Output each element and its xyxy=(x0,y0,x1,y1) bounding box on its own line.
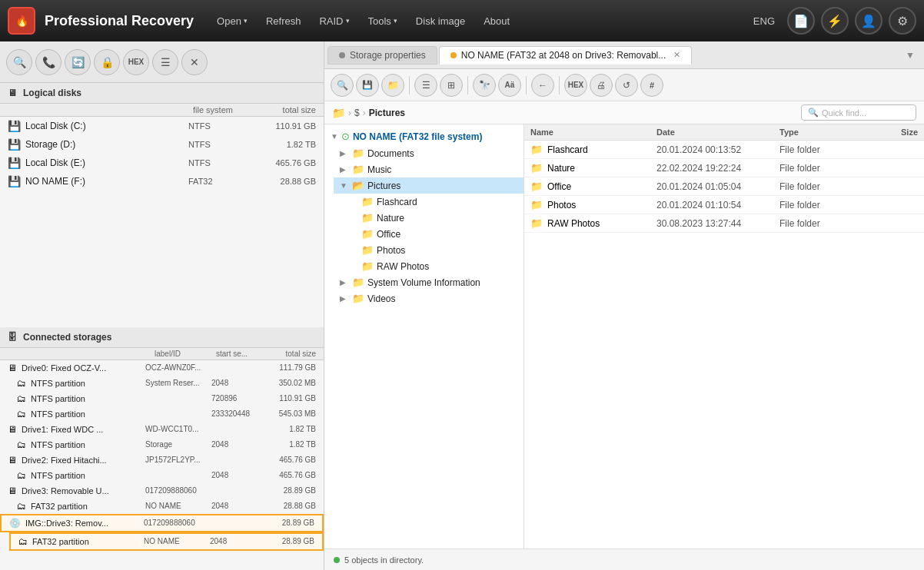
menu-tools[interactable]: Tools ▾ xyxy=(361,11,405,31)
r-list-btn[interactable]: ☰ xyxy=(414,74,437,97)
refresh-btn[interactable]: 🔄 xyxy=(65,49,91,75)
r-back-btn[interactable]: ← xyxy=(531,74,554,97)
close-btn[interactable]: ✕ xyxy=(181,49,208,75)
language-selector[interactable]: ENG xyxy=(747,12,781,30)
r-search-btn[interactable]: 🔍 xyxy=(331,74,354,97)
drive3-fat32[interactable]: 🗂 FAT32 partition NO NAME 2048 28.88 GB xyxy=(9,499,324,514)
r-save-btn[interactable]: 💾 xyxy=(356,74,379,97)
tab-bar: Storage properties NO NAME (FAT32 at 204… xyxy=(324,41,924,69)
drive1[interactable]: 🖥 Drive1: Fixed WDC ... WD-WCC1T0... 1.8… xyxy=(0,422,324,437)
file-row-nature[interactable]: 📁 Nature 22.02.2024 19:22:24 File folder xyxy=(524,159,924,177)
disk-col-headers: file system total size xyxy=(0,104,324,117)
expand-videos[interactable]: ▶ xyxy=(340,294,349,303)
disk-f-icon: 💾 xyxy=(8,175,21,187)
settings-icon-btn[interactable]: ⚙ xyxy=(889,7,916,35)
file-nature-icon: 📁 xyxy=(530,162,543,174)
menu-diskimage[interactable]: Disk image xyxy=(408,11,473,31)
file-row-flashcard[interactable]: 📁 Flashcard 20.01.2024 00:13:52 File fol… xyxy=(524,141,924,159)
tree-videos[interactable]: ▶ 📁 Videos xyxy=(334,290,523,307)
quick-find-box[interactable]: 🔍 Quick find... xyxy=(801,104,916,121)
tree-documents[interactable]: ▶ 📁 Documents xyxy=(334,145,523,161)
tree-flashcard[interactable]: ▶ 📁 Flashcard xyxy=(343,194,523,210)
power-icon-btn[interactable]: ⚡ xyxy=(821,7,849,35)
file-row-office[interactable]: 📁 Office 20.01.2024 01:05:04 File folder xyxy=(524,177,924,196)
menu-bar: Open ▾ Refresh RAID ▾ Tools ▾ Disk image… xyxy=(209,11,517,31)
file-office-icon: 📁 xyxy=(530,181,543,192)
status-text: 5 objects in directory. xyxy=(344,555,424,565)
drive0[interactable]: 🖥 Drive0: Fixed OCZ-V... OCZ-AWNZ0F... 1… xyxy=(0,360,324,376)
user-icon-btn[interactable]: 👤 xyxy=(855,7,882,35)
r-grid-btn[interactable]: ⊞ xyxy=(440,74,463,97)
r-find-text-btn[interactable]: Aä xyxy=(498,74,521,97)
tree-raw-photos[interactable]: ▶ 📁 RAW Photos xyxy=(343,258,523,274)
expand-pictures[interactable]: ▼ xyxy=(340,181,349,190)
app-title: Professional Recovery xyxy=(45,13,194,29)
tab-dot-noname xyxy=(450,52,457,58)
tree-expand-root[interactable]: ▼ xyxy=(331,132,338,141)
status-bar: 5 objects in directory. xyxy=(324,548,924,570)
img-fat32-partition[interactable]: 🗂 FAT32 partition NO NAME 2048 28.89 GB xyxy=(9,532,324,551)
r-hash-btn[interactable]: # xyxy=(640,74,663,97)
disk-d[interactable]: 💾 Storage (D:) NTFS 1.82 TB xyxy=(0,135,324,154)
logical-disk-list: 💾 Local Disk (C:) NTFS 110.91 GB 💾 Stora… xyxy=(0,117,324,327)
phone-btn[interactable]: 📞 xyxy=(35,49,61,75)
disk-e-icon: 💾 xyxy=(8,157,21,169)
menu-refresh[interactable]: Refresh xyxy=(258,11,309,31)
lock-btn[interactable]: 🔒 xyxy=(94,49,120,75)
img-drive3[interactable]: 💿 IMG::Drive3: Remov... 017209888060 28.… xyxy=(0,514,324,532)
drive2-ntfs[interactable]: 🗂 NTFS partition 2048 465.76 GB xyxy=(9,468,324,483)
disk-f[interactable]: 💾 NO NAME (F:) FAT32 28.88 GB xyxy=(0,172,324,191)
drive0-ntfs3[interactable]: 🗂 NTFS partition 233320448 545.03 MB xyxy=(9,406,324,422)
breadcrumb-dollar[interactable]: $ xyxy=(354,108,360,118)
r-print-btn[interactable]: 🖨 xyxy=(590,74,613,97)
menu-raid[interactable]: RAID ▾ xyxy=(311,11,357,31)
tree-music[interactable]: ▶ 📁 Music xyxy=(334,161,523,177)
expand-music[interactable]: ▶ xyxy=(340,165,349,174)
tab-storage-properties[interactable]: Storage properties xyxy=(327,46,437,65)
file-row-photos[interactable]: 📁 Photos 20.01.2024 01:10:54 File folder xyxy=(524,196,924,214)
disk-c[interactable]: 💾 Local Disk (C:) NTFS 110.91 GB xyxy=(0,117,324,135)
hex-btn[interactable]: HEX xyxy=(123,49,149,75)
drive0-ntfs1[interactable]: 🗂 NTFS partition System Reser... 2048 35… xyxy=(9,376,324,391)
file-photos-icon: 📁 xyxy=(530,199,543,210)
tree-pictures[interactable]: ▼ 📂 Pictures xyxy=(334,177,523,194)
left-panel: 🔍 📞 🔄 🔒 HEX ☰ ✕ 🖥 Logical disks file sys… xyxy=(0,41,324,570)
search-btn[interactable]: 🔍 xyxy=(6,49,32,75)
r-folder-btn[interactable]: 📁 xyxy=(381,74,404,97)
tree-root[interactable]: ▼ ⊙ NO NAME (FAT32 file system) xyxy=(324,128,523,145)
tree-office[interactable]: ▶ 📁 Office xyxy=(343,226,523,242)
drive1-ntfs[interactable]: 🗂 NTFS partition Storage 2048 1.82 TB xyxy=(9,437,324,452)
tree-photos[interactable]: ▶ 📁 Photos xyxy=(343,242,523,258)
storage-list: 🖥 Drive0: Fixed OCZ-V... OCZ-AWNZ0F... 1… xyxy=(0,360,324,571)
r-binoculars-btn[interactable]: 🔭 xyxy=(473,74,496,97)
list-btn[interactable]: ☰ xyxy=(152,49,178,75)
menu-tools-arrow: ▾ xyxy=(394,17,397,25)
tree-nature[interactable]: ▶ 📁 Nature xyxy=(343,210,523,226)
folder-flashcard-icon: 📁 xyxy=(361,196,374,207)
partition-icon: 🗂 xyxy=(17,378,26,389)
document-icon-btn[interactable]: 📄 xyxy=(787,7,815,35)
tree-system-volume[interactable]: ▶ 📁 System Volume Information xyxy=(334,274,523,290)
search-icon: 🔍 xyxy=(808,108,819,118)
expand-sysvolume[interactable]: ▶ xyxy=(340,278,349,287)
file-list: Name Date Type Size 📁 Flashcard 20.01.20… xyxy=(524,124,924,548)
breadcrumb-pictures[interactable]: Pictures xyxy=(369,108,405,118)
breadcrumb-bar: 📁 › $ › Pictures 🔍 Quick find... xyxy=(324,101,924,124)
drive0-ntfs2[interactable]: 🗂 NTFS partition 720896 110.91 GB xyxy=(9,391,324,406)
file-flashcard-icon: 📁 xyxy=(530,144,543,155)
connected-storages-header: 🗄 Connected storages xyxy=(0,327,324,348)
drive3[interactable]: 🖥 Drive3: Removable U... 017209888060 28… xyxy=(0,483,324,499)
r-refresh-btn[interactable]: ↺ xyxy=(615,74,638,97)
file-row-raw-photos[interactable]: 📁 RAW Photos 30.08.2023 13:27:44 File fo… xyxy=(524,214,924,233)
drive2[interactable]: 🖥 Drive2: Fixed Hitachi... JP1572FL2YP..… xyxy=(0,452,324,468)
r-hex-btn[interactable]: HEX xyxy=(564,74,587,97)
tab-overflow-arrow[interactable]: ▼ xyxy=(899,47,921,64)
expand-documents[interactable]: ▶ xyxy=(340,149,349,157)
drive0-icon: 🖥 xyxy=(8,363,17,373)
folder-pictures-icon: 📂 xyxy=(352,180,364,191)
tab-close-btn[interactable]: ✕ xyxy=(673,50,680,60)
disk-e[interactable]: 💾 Local Disk (E:) NTFS 465.76 GB xyxy=(0,154,324,172)
menu-open[interactable]: Open ▾ xyxy=(209,11,255,31)
tab-noname-fat32[interactable]: NO NAME (FAT32 at 2048 on Drive3: Remova… xyxy=(439,46,693,65)
menu-about[interactable]: About xyxy=(476,11,517,31)
